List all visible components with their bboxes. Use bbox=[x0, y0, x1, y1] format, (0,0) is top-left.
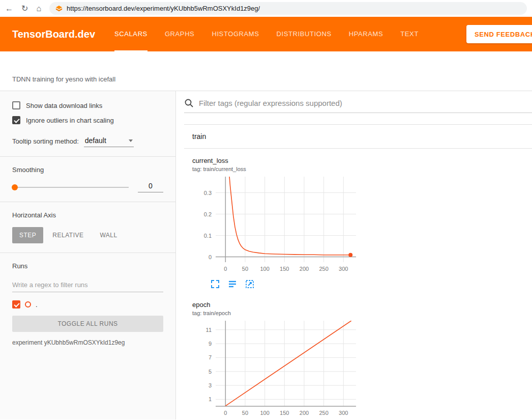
divider bbox=[0, 202, 175, 202]
home-icon[interactable]: ⌂ bbox=[36, 5, 41, 13]
svg-text:11: 11 bbox=[206, 327, 212, 333]
chevron-down-icon bbox=[129, 139, 133, 142]
svg-text:100: 100 bbox=[260, 410, 269, 416]
smoothing-slider[interactable] bbox=[12, 187, 129, 188]
svg-text:50: 50 bbox=[242, 266, 248, 272]
search-icon bbox=[184, 98, 194, 108]
svg-text:250: 250 bbox=[319, 410, 328, 416]
svg-text:50: 50 bbox=[242, 410, 248, 416]
line-chart[interactable]: 05010015020025030000.10.20.3 bbox=[192, 174, 360, 275]
chart-tag: tag: train/epoch bbox=[192, 310, 360, 316]
url-text: https://tensorboard.dev/experiment/yKUbh… bbox=[67, 5, 260, 12]
run-item[interactable]: . bbox=[12, 300, 163, 309]
svg-text:1: 1 bbox=[209, 396, 212, 402]
svg-text:250: 250 bbox=[319, 266, 328, 272]
tensorboard-favicon-icon bbox=[55, 5, 63, 12]
tag-filter-input[interactable] bbox=[199, 99, 532, 107]
axis-relative-button[interactable]: RELATIVE bbox=[45, 227, 91, 243]
svg-text:200: 200 bbox=[300, 266, 309, 272]
svg-text:100: 100 bbox=[260, 266, 269, 272]
show-download-links-row[interactable]: Show data download links bbox=[12, 101, 163, 109]
axis-step-button[interactable]: STEP bbox=[12, 227, 43, 243]
horizontal-axis-label: Horizontal Axis bbox=[12, 211, 163, 219]
app-logo[interactable]: TensorBoard.dev bbox=[12, 29, 95, 40]
address-bar[interactable]: https://tensorboard.dev/experiment/yKUbh… bbox=[49, 2, 527, 15]
tooltip-sorting-row: Tooltip sorting method: default bbox=[12, 135, 163, 147]
chart-card-current-loss: current_loss tag: train/current_loss 050… bbox=[192, 157, 360, 289]
chart-tag: tag: train/current_loss bbox=[192, 166, 360, 172]
tab-histograms[interactable]: HISTOGRAMS bbox=[212, 17, 259, 51]
checkbox-label: Show data download links bbox=[26, 102, 102, 109]
log-scale-icon[interactable] bbox=[228, 279, 237, 289]
runs-label: Runs bbox=[12, 262, 163, 270]
run-name: . bbox=[36, 301, 38, 309]
chart-title: epoch bbox=[192, 301, 360, 309]
axis-wall-button[interactable]: WALL bbox=[93, 227, 124, 243]
svg-text:0: 0 bbox=[224, 410, 227, 416]
svg-text:150: 150 bbox=[280, 410, 289, 416]
content-area: Show data download links Ignore outliers… bbox=[0, 91, 532, 419]
tooltip-sorting-label: Tooltip sorting method: bbox=[12, 137, 79, 145]
checkbox-icon[interactable] bbox=[12, 101, 20, 109]
svg-text:0.1: 0.1 bbox=[204, 233, 212, 239]
settings-sidebar: Show data download links Ignore outliers… bbox=[0, 91, 176, 419]
svg-text:300: 300 bbox=[339, 266, 348, 272]
chart-card-epoch: epoch tag: train/epoch 05010015020025030… bbox=[192, 301, 360, 420]
train-section: train current_loss tag: train/current_lo… bbox=[184, 124, 532, 420]
line-chart[interactable]: 0501001502002503001357911 bbox=[192, 318, 360, 419]
divider bbox=[0, 253, 175, 253]
section-title: train bbox=[192, 132, 206, 141]
experiment-title: TDNN training for yesno with icefall bbox=[12, 75, 115, 83]
smoothing-control: 0 bbox=[12, 182, 163, 192]
svg-text:3: 3 bbox=[209, 382, 212, 388]
svg-text:200: 200 bbox=[300, 410, 309, 416]
smoothing-value-input[interactable]: 0 bbox=[138, 182, 163, 192]
smoothing-label: Smoothing bbox=[12, 166, 163, 174]
svg-text:9: 9 bbox=[209, 341, 212, 347]
checkbox-icon[interactable] bbox=[12, 116, 20, 124]
send-feedback-button[interactable]: SEND FEEDBACK bbox=[466, 25, 532, 43]
run-checkbox[interactable] bbox=[12, 300, 20, 309]
tooltip-sorting-value: default bbox=[85, 136, 106, 145]
checkbox-label: Ignore outliers in chart scaling bbox=[26, 117, 114, 124]
svg-text:5: 5 bbox=[209, 369, 212, 375]
tab-distributions[interactable]: DISTRIBUTIONS bbox=[277, 17, 332, 51]
run-color-icon bbox=[25, 301, 31, 307]
slider-thumb[interactable] bbox=[12, 184, 18, 190]
tab-graphs[interactable]: GRAPHS bbox=[165, 17, 195, 51]
svg-text:0: 0 bbox=[209, 254, 212, 260]
section-header[interactable]: train bbox=[184, 125, 532, 149]
tab-text[interactable]: TEXT bbox=[400, 17, 419, 51]
svg-text:300: 300 bbox=[339, 410, 348, 416]
back-icon[interactable]: ← bbox=[5, 5, 13, 13]
app-header: TensorBoard.dev SCALARS GRAPHS HISTOGRAM… bbox=[0, 17, 532, 51]
refresh-icon[interactable]: ↻ bbox=[21, 5, 28, 13]
divider bbox=[0, 156, 175, 157]
main-nav: SCALARS GRAPHS HISTOGRAMS DISTRIBUTIONS … bbox=[114, 17, 419, 51]
main-content: train current_loss tag: train/current_lo… bbox=[176, 91, 532, 419]
experiment-note: experiment yKUbhb5wRmOSXYkId1z9eg bbox=[12, 339, 163, 346]
svg-text:7: 7 bbox=[209, 354, 212, 360]
experiment-title-bar: TDNN training for yesno with icefall bbox=[0, 51, 532, 91]
fullscreen-icon[interactable] bbox=[211, 279, 220, 289]
horizontal-axis-toggle: STEP RELATIVE WALL bbox=[12, 227, 163, 243]
charts-grid: current_loss tag: train/current_loss 050… bbox=[184, 149, 532, 420]
tab-hparams[interactable]: HPARAMS bbox=[349, 17, 383, 51]
tab-scalars[interactable]: SCALARS bbox=[114, 17, 147, 51]
svg-text:150: 150 bbox=[280, 266, 289, 272]
svg-text:0.3: 0.3 bbox=[204, 190, 212, 196]
fit-domain-icon[interactable] bbox=[245, 279, 254, 289]
runs-filter-input[interactable] bbox=[12, 279, 163, 292]
toggle-all-runs-button[interactable]: TOGGLE ALL RUNS bbox=[12, 316, 163, 332]
ignore-outliers-row[interactable]: Ignore outliers in chart scaling bbox=[12, 116, 163, 124]
tag-filter bbox=[184, 98, 532, 113]
tooltip-sorting-select[interactable]: default bbox=[84, 135, 134, 147]
svg-text:0.2: 0.2 bbox=[204, 211, 212, 217]
browser-toolbar: ← ↻ ⌂ https://tensorboard.dev/experiment… bbox=[0, 0, 532, 17]
chart-toolbar bbox=[192, 279, 360, 289]
svg-text:0: 0 bbox=[224, 266, 227, 272]
chart-title: current_loss bbox=[192, 157, 360, 164]
